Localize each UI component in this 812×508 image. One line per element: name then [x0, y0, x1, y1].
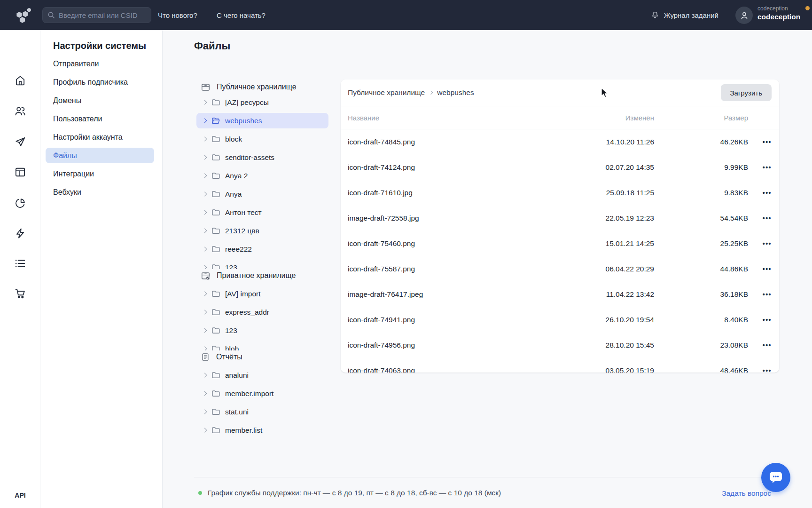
sidebar-item-users[interactable]: Пользователи	[46, 110, 154, 128]
column-size[interactable]: Размер	[654, 114, 748, 122]
tree-item-stat-uni[interactable]: stat.uni	[196, 403, 328, 421]
status-dot-icon	[198, 491, 202, 495]
column-modified[interactable]: Изменён	[574, 114, 654, 122]
tree-item-analuni[interactable]: analuni	[196, 366, 328, 384]
tree-item-21312[interactable]: 21312 цвв	[196, 222, 328, 240]
ask-question-link[interactable]: Задать вопрос	[722, 489, 771, 498]
table-row[interactable]: image-draft-76417.jpeg 11.04.22 13:42 36…	[341, 282, 779, 307]
tree-section-public-storage[interactable]: Публичное хранилище	[196, 80, 328, 94]
row-menu-icon[interactable]: •••	[748, 316, 772, 324]
folder-icon	[212, 309, 220, 316]
pie-chart-icon[interactable]	[14, 197, 26, 209]
tree-item-123-private[interactable]: 123	[196, 321, 328, 340]
tree-item-anya[interactable]: Anya	[196, 185, 328, 203]
sidebar-item-domains[interactable]: Домены	[46, 91, 154, 110]
users-icon[interactable]	[14, 105, 26, 117]
chevron-right-icon	[203, 373, 207, 378]
breadcrumb-current[interactable]: webpushes	[437, 88, 474, 97]
file-name[interactable]: icon-draft-71610.jpg	[348, 189, 574, 197]
folder-icon	[212, 99, 220, 106]
column-name[interactable]: Название	[348, 114, 574, 122]
chevron-right-icon	[203, 174, 207, 178]
send-icon[interactable]	[14, 136, 26, 148]
sidebar-item-account-settings[interactable]: Настройки аккаунта	[46, 128, 154, 146]
tree-item-webpushes[interactable]: webpushes	[196, 113, 328, 128]
getting-started-link[interactable]: С чего начать?	[217, 0, 265, 30]
chat-fab-button[interactable]	[761, 463, 790, 492]
row-menu-icon[interactable]: •••	[748, 138, 772, 146]
tree-item-member-import[interactable]: member.import	[196, 384, 328, 403]
file-modified: 26.10.20 19:54	[574, 316, 654, 324]
file-name[interactable]: icon-draft-75460.png	[348, 239, 574, 248]
avatar[interactable]	[735, 7, 753, 24]
task-journal-link[interactable]: Журнал заданий	[650, 0, 718, 30]
chevron-right-icon	[203, 119, 207, 123]
tree-item-reee222[interactable]: reee222	[196, 240, 328, 258]
file-name[interactable]: icon-draft-75587.png	[348, 265, 574, 273]
account-user: codeception	[757, 12, 800, 21]
row-menu-icon[interactable]: •••	[748, 265, 772, 273]
file-name[interactable]: image-draft-72558.jpg	[348, 214, 574, 222]
table-row[interactable]: icon-draft-74124.png 02.07.20 14:35 9.99…	[341, 155, 779, 180]
table-row[interactable]: icon-draft-74845.png 14.10.20 11:26 46.2…	[341, 129, 779, 155]
breadcrumb-root[interactable]: Публичное хранилище	[348, 88, 425, 97]
sidebar-item-files[interactable]: Файлы	[46, 148, 154, 163]
cart-icon[interactable]	[14, 287, 26, 300]
table-row[interactable]: image-draft-72558.jpg 22.05.19 12:23 54.…	[341, 206, 779, 231]
tree-section-reports[interactable]: Отчёты	[196, 350, 328, 364]
table-row[interactable]: icon-draft-75460.png 15.01.21 14:25 25.2…	[341, 231, 779, 256]
tree-item-member-list[interactable]: member.list	[196, 421, 328, 434]
file-name[interactable]: icon-draft-74941.png	[348, 316, 574, 324]
sidebar-item-senders[interactable]: Отправители	[46, 55, 154, 73]
tree-item-anton-test[interactable]: Антон тест	[196, 203, 328, 222]
file-size: 36.18KB	[654, 290, 748, 299]
file-name[interactable]: icon-draft-74124.png	[348, 163, 574, 172]
task-journal-label: Журнал заданий	[664, 11, 718, 19]
chevron-right-icon	[203, 100, 207, 105]
upload-button[interactable]: Загрузить	[721, 84, 772, 101]
sidebar-item-subscriber-profile[interactable]: Профиль подписчика	[46, 73, 154, 91]
app-logo-icon[interactable]	[12, 4, 34, 26]
tree-item-block[interactable]: block	[196, 130, 328, 148]
table-row[interactable]: icon-draft-74063.png 03.05.20 15:19 48.4…	[341, 358, 779, 373]
tree-section-private-storage[interactable]: Приватное хранилище	[196, 269, 328, 282]
layout-icon[interactable]	[14, 166, 26, 178]
support-schedule: График службы поддержки: пн-чт — с 8 до …	[198, 489, 501, 497]
table-row[interactable]: icon-draft-75587.png 06.04.22 20:29 44.8…	[341, 256, 779, 282]
account-info[interactable]: codeception codeception	[757, 5, 800, 21]
folder-icon	[212, 246, 220, 253]
row-menu-icon[interactable]: •••	[748, 214, 772, 222]
home-icon[interactable]	[14, 74, 26, 87]
tree-item-az-resources[interactable]: [AZ] ресурсы	[196, 93, 328, 111]
file-name[interactable]: image-draft-76417.jpeg	[348, 290, 574, 299]
row-menu-icon[interactable]: •••	[748, 291, 772, 298]
sidebar-item-integrations[interactable]: Интеграции	[46, 165, 154, 183]
tree-item-senditor-assets[interactable]: senditor-assets	[196, 148, 328, 167]
tree-item-anya2[interactable]: Anya 2	[196, 167, 328, 185]
file-name[interactable]: icon-draft-74063.png	[348, 366, 574, 373]
row-menu-icon[interactable]: •••	[748, 189, 772, 197]
row-menu-icon[interactable]: •••	[748, 367, 772, 373]
table-row[interactable]: icon-draft-74941.png 26.10.20 19:54 8.40…	[341, 307, 779, 333]
file-name[interactable]: icon-draft-74956.png	[348, 341, 574, 349]
table-header: Название Изменён Размер	[341, 106, 779, 129]
list-icon[interactable]	[14, 257, 26, 270]
row-menu-icon[interactable]: •••	[748, 341, 772, 349]
table-row[interactable]: icon-draft-74956.png 28.10.20 15:45 23.0…	[341, 333, 779, 358]
row-menu-icon[interactable]: •••	[748, 240, 772, 247]
search-input[interactable]	[59, 11, 146, 19]
tree-item-av-import[interactable]: [AV] import	[196, 285, 328, 303]
file-name[interactable]: icon-draft-74845.png	[348, 138, 574, 146]
file-size: 8.40KB	[654, 316, 748, 324]
breadcrumb: Публичное хранилище webpushes	[348, 88, 474, 97]
row-menu-icon[interactable]: •••	[748, 164, 772, 171]
lightning-icon[interactable]	[14, 227, 26, 239]
file-size: 9.99KB	[654, 163, 748, 172]
whats-new-link[interactable]: Что нового?	[158, 0, 197, 30]
document-icon	[201, 352, 210, 362]
tree-item-express-addr[interactable]: express_addr	[196, 303, 328, 321]
folder-icon	[212, 372, 220, 379]
sidebar-item-webhooks[interactable]: Вебхуки	[46, 183, 154, 201]
api-link[interactable]: API	[0, 492, 40, 499]
table-row[interactable]: icon-draft-71610.jpg 25.09.18 11:25 9.83…	[341, 180, 779, 206]
